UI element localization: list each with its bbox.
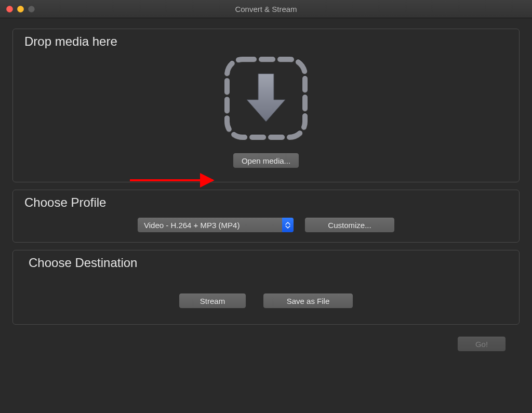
drop-media-panel: Drop media here Open media — [12, 29, 520, 182]
window-controls — [6, 6, 35, 12]
profile-select[interactable]: Video - H.264 + MP3 (MP4) — [137, 217, 294, 233]
close-icon[interactable] — [6, 6, 13, 12]
choose-destination-title: Choose Destination — [29, 256, 519, 270]
choose-destination-panel: Choose Destination Stream Save as File — [12, 250, 520, 325]
stream-label: Stream — [200, 297, 225, 305]
save-as-file-label: Save as File — [287, 297, 330, 305]
choose-profile-title: Choose Profile — [24, 195, 519, 210]
open-media-label: Open media... — [242, 156, 290, 165]
customize-label: Customize... — [328, 221, 371, 230]
go-button[interactable]: Go! — [457, 336, 506, 352]
updown-chevrons-icon — [282, 218, 294, 232]
profile-select-value: Video - H.264 + MP3 (MP4) — [138, 221, 282, 230]
customize-button[interactable]: Customize... — [304, 217, 395, 233]
window-title: Convert & Stream — [0, 5, 532, 14]
download-arrow-icon — [222, 54, 310, 142]
window-titlebar: Convert & Stream — [0, 0, 532, 18]
minimize-icon[interactable] — [17, 6, 24, 12]
open-media-button[interactable]: Open media... — [233, 153, 299, 168]
drop-media-title: Drop media here — [24, 34, 519, 49]
drop-zone[interactable] — [222, 54, 310, 142]
save-as-file-button[interactable]: Save as File — [263, 293, 353, 309]
zoom-icon[interactable] — [28, 6, 35, 12]
go-label: Go! — [475, 340, 488, 349]
choose-profile-panel: Choose Profile Video - H.264 + MP3 (MP4)… — [12, 190, 520, 243]
stream-button[interactable]: Stream — [179, 293, 246, 309]
